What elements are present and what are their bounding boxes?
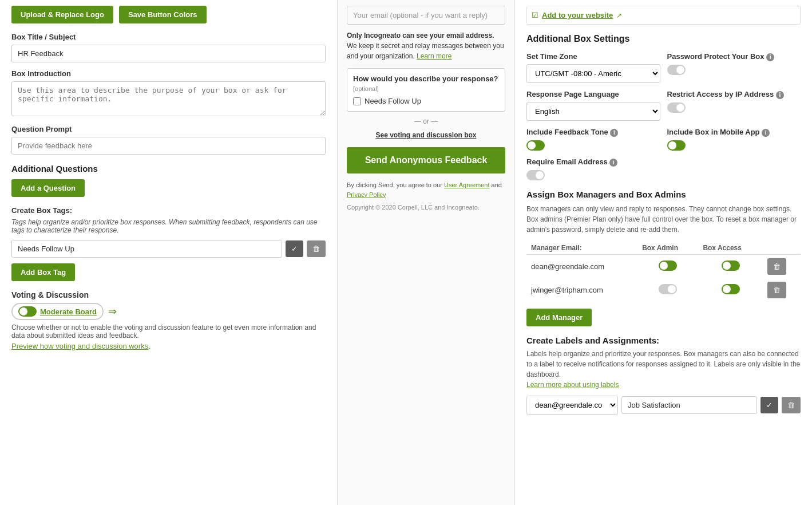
restrict-ip-toggle[interactable]: [667, 102, 686, 113]
require-email-info-icon[interactable]: i: [609, 159, 617, 167]
password-protect-info-icon[interactable]: i: [766, 53, 774, 61]
box-intro-label: Box Introduction: [11, 69, 326, 78]
response-lang-select[interactable]: English: [526, 102, 660, 121]
label-email-select[interactable]: dean@greendale.com: [526, 396, 618, 415]
manager-email-cell: dean@greendale.com: [526, 255, 637, 279]
box-intro-section: Box Introduction: [11, 69, 326, 118]
copyright-text: Copyright © 2020 Corpell, LLC and Incogn…: [347, 204, 505, 211]
feedback-tone-setting: Include Feedback Tone i: [526, 128, 660, 151]
timezone-setting: Set Time Zone UTC/GMT -08:00 - Americ: [526, 52, 660, 83]
mobile-app-label: Include Box in Mobile App i: [667, 128, 801, 137]
privacy-title: Only Incogneato can see your email addre…: [347, 31, 494, 40]
middle-panel: Your email (optional - if you want a rep…: [338, 0, 515, 505]
voting-desc: Choose whether or not to enable the voti…: [11, 323, 326, 340]
user-agreement-link[interactable]: User Agreement: [444, 182, 489, 188]
jwinger-delete-button[interactable]: 🗑: [767, 282, 786, 298]
needs-follow-up-checkbox[interactable]: [353, 97, 361, 105]
box-access-toggle-cell: [698, 278, 763, 302]
box-access-col-header: Box Access: [698, 242, 763, 255]
tag-confirm-button[interactable]: ✓: [286, 240, 303, 257]
arrow-icon: ⇒: [108, 305, 117, 318]
tag-delete-button[interactable]: 🗑: [307, 240, 326, 257]
add-question-button[interactable]: Add a Question: [11, 179, 85, 197]
add-box-tag-button[interactable]: Add Box Tag: [11, 263, 75, 281]
manager-email-cell: jwinger@tripham.com: [526, 278, 637, 302]
box-access-toggle-cell: [698, 255, 763, 279]
privacy-note: Only Incogneato can see your email addre…: [347, 30, 505, 61]
labels-desc: Labels help organize and prioritize your…: [526, 349, 801, 390]
and-text: and: [492, 182, 502, 188]
question-prompt-section: Question Prompt: [11, 125, 326, 155]
settings-title: Additional Box Settings: [526, 34, 801, 44]
external-link-icon: ↗: [616, 11, 622, 19]
add-to-website-link[interactable]: Add to your website: [542, 11, 613, 19]
right-panel: ☑ Add to your website ↗ Additional Box S…: [515, 0, 812, 505]
send-feedback-button[interactable]: Send Anonymous Feedback: [347, 147, 505, 173]
box-admin-col-header: Box Admin: [637, 242, 698, 255]
table-row: jwinger@tripham.com 🗑: [526, 278, 801, 302]
question-prompt-input[interactable]: [11, 137, 326, 155]
dean-box-admin-toggle[interactable]: [659, 261, 677, 271]
password-protect-label: Password Protect Your Box i: [667, 52, 801, 61]
moderate-board-row: Moderate Board ⇒: [11, 303, 326, 320]
add-to-website-row: ☑ Add to your website ↗: [526, 6, 801, 25]
assign-desc: Box managers can only view and reply to …: [526, 204, 801, 235]
moderate-board-link[interactable]: Moderate Board: [40, 307, 97, 316]
labels-learn-more-link[interactable]: Learn more about using labels: [526, 381, 619, 389]
agreement-text: By clicking Send, you agree to our User …: [347, 180, 505, 199]
box-title-input[interactable]: [11, 45, 326, 62]
jwinger-box-admin-toggle[interactable]: [659, 284, 677, 294]
response-optional: [optional]: [353, 85, 499, 92]
box-tags-section: Create Box Tags: Tags help organize and/…: [11, 206, 326, 281]
label-assignment-row: dean@greendale.com ✓ 🗑: [526, 396, 801, 415]
email-input-box: Your email (optional - if you want a rep…: [347, 6, 505, 25]
privacy-policy-link[interactable]: Privacy Policy: [347, 191, 386, 198]
require-email-setting: Require Email Address i: [526, 157, 660, 180]
jwinger-box-access-toggle[interactable]: [722, 284, 740, 294]
box-intro-textarea[interactable]: [11, 81, 326, 116]
response-title: How would you describe your response?: [353, 74, 499, 83]
require-email-toggle[interactable]: [526, 170, 545, 180]
mobile-app-info-icon[interactable]: i: [762, 129, 770, 137]
see-voting-link[interactable]: See voting and discussion box: [375, 131, 476, 139]
save-colors-button[interactable]: Save Button Colors: [119, 6, 207, 23]
dean-delete-button[interactable]: 🗑: [767, 258, 786, 275]
mobile-app-toggle[interactable]: [667, 140, 686, 151]
question-prompt-label: Question Prompt: [11, 125, 326, 133]
upload-logo-button[interactable]: Upload & Replace Logo: [11, 6, 113, 23]
feedback-tone-info-icon[interactable]: i: [610, 129, 618, 137]
voting-section: Voting & Discussion Moderate Board ⇒ Cho…: [11, 290, 326, 350]
see-voting-link-row: See voting and discussion box: [347, 131, 505, 139]
needs-follow-up-row: Needs Follow Up: [353, 97, 499, 105]
box-admin-toggle-cell: [637, 255, 698, 279]
label-name-input[interactable]: [621, 396, 757, 414]
add-manager-button[interactable]: Add Manager: [526, 309, 592, 326]
password-protect-toggle[interactable]: [667, 65, 686, 75]
tag-input[interactable]: [11, 240, 282, 258]
timezone-select[interactable]: UTC/GMT -08:00 - Americ: [526, 64, 660, 83]
dean-box-access-toggle[interactable]: [722, 261, 740, 271]
box-title-label: Box Title / Subject: [11, 33, 326, 41]
labels-section-title: Create Labels and Assignments:: [526, 336, 801, 345]
restrict-ip-info-icon[interactable]: i: [776, 91, 784, 99]
moderate-board-toggle[interactable]: [18, 306, 37, 317]
privacy-learn-more-link[interactable]: Learn more: [417, 52, 451, 60]
settings-grid: Set Time Zone UTC/GMT -08:00 - Americ Pa…: [526, 52, 801, 180]
response-box: How would you describe your response? [o…: [347, 68, 505, 112]
feedback-tone-toggle[interactable]: [526, 140, 545, 151]
label-confirm-button[interactable]: ✓: [760, 397, 778, 413]
additional-questions-section: Additional Questions Add a Question: [11, 164, 326, 197]
box-title-section: Box Title / Subject: [11, 33, 326, 62]
password-protect-setting: Password Protect Your Box i: [667, 52, 801, 83]
table-row: dean@greendale.com 🗑: [526, 255, 801, 279]
restrict-ip-label: Restrict Access by IP Address i: [667, 90, 801, 99]
voting-title: Voting & Discussion: [11, 290, 326, 299]
create-tags-label: Create Box Tags:: [11, 206, 326, 215]
tag-row: ✓ 🗑: [11, 240, 326, 258]
left-panel: Upload & Replace Logo Save Button Colors…: [0, 0, 338, 505]
label-delete-button[interactable]: 🗑: [782, 397, 801, 413]
tags-description: Tags help organize and/or prioritize box…: [11, 218, 326, 234]
response-lang-label: Response Page Language: [526, 90, 660, 98]
managers-table: Manager Email: Box Admin Box Access dean…: [526, 242, 801, 302]
voting-preview-link[interactable]: Preview how voting and discussion works: [11, 342, 148, 350]
